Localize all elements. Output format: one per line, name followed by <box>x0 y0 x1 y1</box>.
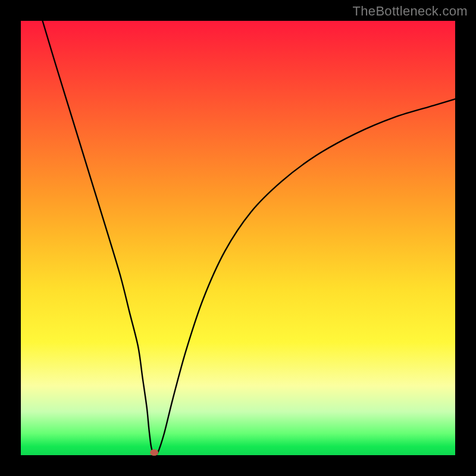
curve-layer <box>21 21 455 455</box>
watermark-text: TheBottleneck.com <box>353 4 468 19</box>
minimum-marker <box>150 449 158 456</box>
bottleneck-curve <box>43 21 456 455</box>
chart-frame: TheBottleneck.com <box>0 0 476 476</box>
plot-area <box>21 21 455 455</box>
